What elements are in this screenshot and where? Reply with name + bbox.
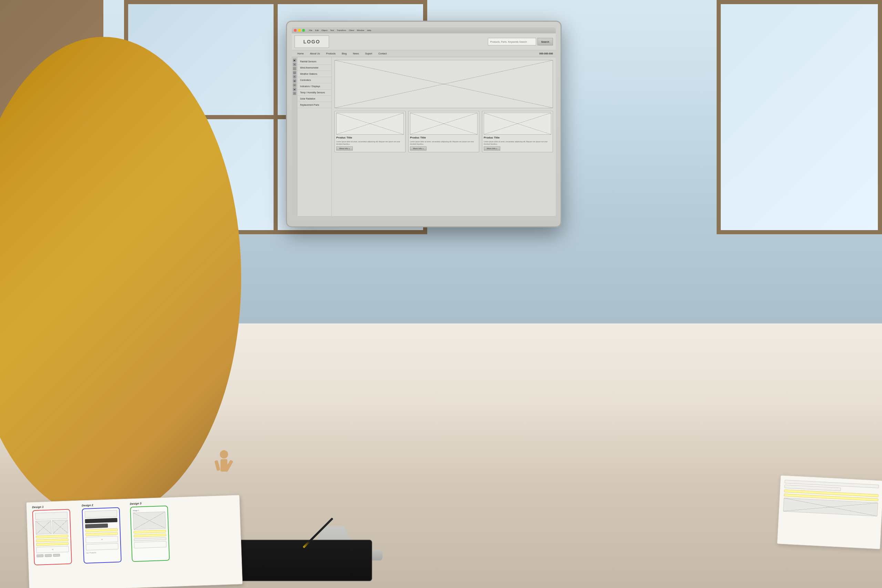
product-desc-3: Lorem ipsum dolor sit amet, consectetur … [484,141,551,145]
search-area: Products, Parts, Keywords Search Search [488,38,553,45]
sidebar-item-temp[interactable]: Temp / Humidity Sensors [297,90,332,96]
toolbar-icon-6[interactable]: ⊕ [293,79,296,82]
menu-object[interactable]: Object [321,29,327,32]
window-frame-right [717,0,882,234]
product-btn-3[interactable]: More Info » [484,146,500,150]
design3-label: Design 3 [130,501,168,506]
menu-window[interactable]: Window [357,29,364,32]
search-input[interactable]: Products, Parts, Keywords Search [488,38,536,45]
hero-image-placeholder [334,60,553,108]
product-btn-1[interactable]: More Info » [336,146,353,150]
monitor-screen: File Edit Object Text Transform Client W… [292,27,556,216]
product-desc-2: Lorem ipsum dolor sit amet, consectetur … [410,141,477,145]
sidebar-item-solar[interactable]: Solar Radiation [297,96,332,102]
product-btn-2[interactable]: More Info » [410,146,426,150]
product-card-3: Produc Title Lorem ipsum dolor sit amet,… [482,111,553,152]
titlebar-menu: File Edit Object Text Transform Client W… [309,29,371,32]
screen-content: Produc Title Lorem ipsum dolor sit amet,… [332,57,556,216]
design-paper: Design 1 ✉ [26,495,243,588]
screen-main: ▶ ✎ ⬚ ◯ T ⊕ ✂ ☁ ⬡ Rainfall Sensors Wind … [292,57,556,216]
sidebar-item-replacement[interactable]: Replacement Parts [297,102,332,108]
nav-contact[interactable]: Contact [375,52,389,56]
menu-client[interactable]: Client [349,29,354,32]
product-image-2 [410,112,477,135]
design1-label: Design 1 [32,504,70,509]
sidebar-item-indicators[interactable]: Indicators / Displays [297,83,332,90]
wooden-figure [214,450,234,492]
product-card-2: Produc Title Lorem ipsum dolor sit amet,… [408,111,479,152]
menu-transform[interactable]: Transform [337,29,346,32]
maximize-btn[interactable] [302,29,305,32]
design2-label: Design 2 [82,502,120,507]
toolbar-icon-1[interactable]: ▶ [293,58,296,62]
toolbar-icon-2[interactable]: ✎ [293,63,296,66]
sidebar-item-weather[interactable]: Weather Stations [297,71,332,77]
minimize-btn[interactable] [298,29,301,32]
screen-toolbar: ▶ ✎ ⬚ ◯ T ⊕ ✂ ☁ ⬡ [292,57,297,216]
toolbar-icon-9[interactable]: ⬡ [293,92,296,95]
figure-arm-left [214,460,220,471]
product-title-3: Produc Title [484,136,551,139]
search-button[interactable]: Search [537,38,553,45]
nav-news[interactable]: News [350,52,362,56]
nav-support[interactable]: Suport [363,52,375,56]
monitor: File Edit Object Text Transform Client W… [286,21,562,227]
screen-sidebar: Rainfall Sensors Wind Anemometer Weather… [297,57,332,216]
screen-titlebar: File Edit Object Text Transform Client W… [292,27,556,33]
nav-about[interactable]: About Us [308,52,323,56]
paper-right [777,475,882,549]
product-desc-1: Lorem ipsum dolor sit amet, consectetur … [336,141,404,145]
toolbar-icon-7[interactable]: ✂ [293,83,296,87]
products-row: Produc Title Lorem ipsum dolor sit amet,… [334,111,553,152]
nav-phone: 000-000-000 [539,52,553,55]
wireframe-cross [335,60,553,108]
screen-nav: Home About Us Products Blog News Suport … [292,50,556,57]
sidebar-item-rainfall[interactable]: Rainfall Sensors [297,58,332,65]
toolbar-icon-8[interactable]: ☁ [293,87,296,91]
nav-products[interactable]: Products [323,52,338,56]
sidebar-item-wind[interactable]: Wind Anemometer [297,65,332,71]
product-title-2: Produc Title [410,136,477,139]
menu-text[interactable]: Text [330,29,334,32]
sidebar-item-controllers[interactable]: Controllers [297,77,332,83]
screen-header: LOGO Products, Parts, Keywords Search Se… [292,33,556,50]
menu-edit[interactable]: Edit [315,29,319,32]
figure-head [220,450,228,459]
nav-home[interactable]: Home [295,52,307,56]
menu-help[interactable]: Help [367,29,371,32]
toolbar-icon-3[interactable]: ⬚ [293,67,296,70]
toolbar-icon-5[interactable]: T [293,75,296,78]
product-card-1: Produc Title Lorem ipsum dolor sit amet,… [334,111,405,152]
product-image-3 [484,112,551,135]
screen-body: LOGO Products, Parts, Keywords Search Se… [292,33,556,216]
logo: LOGO [295,36,329,48]
toolbar-icon-4[interactable]: ◯ [293,71,296,74]
menu-file[interactable]: File [309,29,312,32]
product-image-1 [336,112,404,135]
nav-blog[interactable]: Blog [339,52,350,56]
product-title-1: Produc Title [336,136,404,139]
close-btn[interactable] [294,29,297,32]
